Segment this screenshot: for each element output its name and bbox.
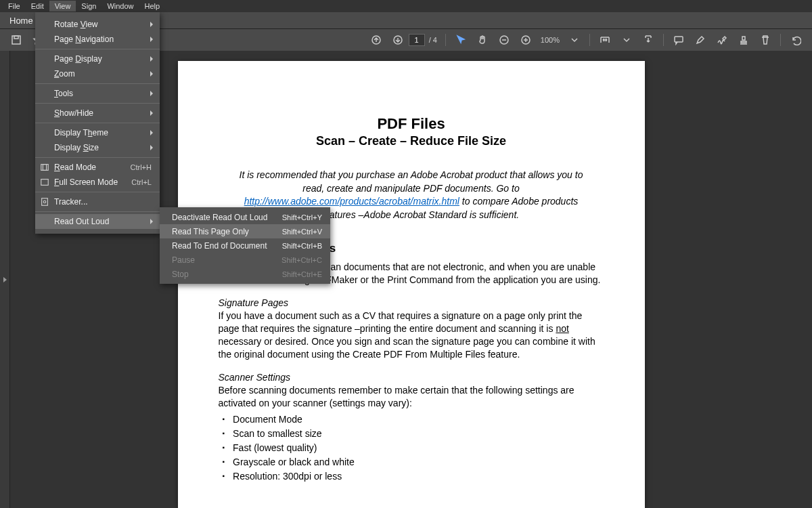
menuitem-page-navigation[interactable]: Page Navigation: [35, 32, 160, 47]
doc-title: PDF Files: [219, 115, 604, 133]
chevron-right-icon: [150, 91, 153, 96]
bullet-list: Document Mode Scan to smallest size Fast…: [223, 412, 604, 484]
svg-rect-6: [675, 37, 683, 42]
menuitem-label: Full Screen Mode: [54, 177, 118, 187]
highlight-icon[interactable]: [691, 32, 710, 48]
menuitem-display-theme[interactable]: Display Theme: [35, 125, 160, 140]
stamp-icon[interactable]: [734, 32, 753, 48]
menuitem-read-out-loud[interactable]: Read Out Loud: [35, 214, 160, 229]
intro-link[interactable]: http://www.adobe.com/products/acrobat/ma…: [244, 196, 459, 207]
menuitem-label: Display Size: [54, 143, 99, 152]
subhead-signature: Signature Pages: [219, 297, 604, 308]
shortcut: Shift+Ctrl+C: [281, 256, 322, 264]
submenuitem-read-to-end-of-document[interactable]: Read To End of DocumentShift+Ctrl+B: [160, 238, 330, 253]
submenuitem-stop: StopShift+Ctrl+E: [160, 267, 330, 281]
menuitem-zoom[interactable]: Zoom: [35, 66, 160, 81]
chevron-right-icon: [150, 110, 153, 116]
menuitem-label: Tracker...: [54, 197, 88, 207]
menuitem-label: Page Navigation: [54, 35, 114, 44]
zoom-out-icon[interactable]: [495, 32, 514, 48]
menu-file[interactable]: File: [3, 1, 26, 12]
svg-point-11: [43, 200, 46, 203]
select-tool-icon[interactable]: [451, 32, 470, 48]
page-number-input[interactable]: [409, 34, 425, 46]
page-total: / 4: [429, 36, 437, 44]
read-out-loud-submenu: Deactivate Read Out LoudShift+Ctrl+YRead…: [160, 207, 330, 284]
undo-icon[interactable]: [786, 32, 805, 48]
menu-help[interactable]: Help: [139, 1, 166, 12]
para-signature: If you have a document such as a CV that…: [219, 310, 604, 361]
list-item: Resolution: 300dpi or less: [223, 469, 604, 484]
menuitem-label: Rotate View: [54, 20, 98, 29]
svg-rect-0: [12, 36, 20, 44]
menu-sign[interactable]: Sign: [76, 1, 102, 12]
page-up-icon[interactable]: [367, 32, 386, 48]
shortcut: Ctrl+L: [131, 178, 152, 186]
submenuitem-label: Read This Page Only: [172, 227, 249, 236]
svg-rect-8: [43, 165, 46, 171]
para-scanner: Before scanning documents remember to ma…: [219, 384, 604, 410]
submenuitem-label: Deactivate Read Out Loud: [172, 213, 267, 222]
separator: [589, 34, 590, 46]
separator: [445, 34, 446, 46]
list-item: Document Mode: [223, 412, 604, 427]
read-icon: [39, 162, 50, 173]
tracker-icon: [39, 196, 50, 207]
chevron-down-icon[interactable]: [565, 32, 584, 48]
fit-width-icon[interactable]: [595, 32, 614, 48]
svg-rect-1: [14, 36, 18, 39]
chevron-right-icon: [150, 145, 153, 150]
menuitem-read-mode[interactable]: Read ModeCtrl+H: [35, 160, 160, 175]
menu-edit[interactable]: Edit: [26, 1, 49, 12]
menuitem-label: Read Mode: [54, 163, 96, 172]
separator: [663, 34, 664, 46]
chevron-right-icon: [150, 22, 153, 27]
chevron-right-icon: [3, 277, 7, 282]
shortcut: Shift+Ctrl+Y: [282, 213, 322, 221]
menuitem-label: Show/Hide: [54, 108, 93, 118]
hand-tool-icon[interactable]: [473, 32, 492, 48]
pdf-page: PDF Files Scan – Create – Reduce File Si…: [178, 61, 645, 508]
menuitem-tracker-[interactable]: Tracker...: [35, 194, 160, 209]
chevron-right-icon: [150, 219, 153, 224]
menuitem-label: Zoom: [54, 69, 75, 79]
submenuitem-label: Read To End of Document: [172, 241, 267, 251]
save-icon[interactable]: [7, 32, 26, 48]
chevron-down-icon[interactable]: [617, 32, 636, 48]
menuitem-rotate-view[interactable]: Rotate View: [35, 17, 160, 32]
fit-page-icon[interactable]: [639, 32, 658, 48]
zoom-level[interactable]: 100%: [541, 36, 560, 44]
menuitem-full-screen-mode[interactable]: Full Screen ModeCtrl+L: [35, 175, 160, 190]
menuitem-label: Tools: [54, 89, 73, 98]
chevron-right-icon: [150, 71, 153, 77]
comment-icon[interactable]: [669, 32, 688, 48]
submenuitem-deactivate-read-out-loud[interactable]: Deactivate Read Out LoudShift+Ctrl+Y: [160, 210, 330, 224]
submenuitem-label: Pause: [172, 255, 195, 265]
separator: [780, 34, 781, 46]
doc-subtitle: Scan – Create – Reduce File Size: [219, 134, 604, 148]
chevron-right-icon: [150, 130, 153, 135]
menuitem-label: Display Theme: [54, 128, 108, 137]
shortcut: Shift+Ctrl+B: [282, 242, 322, 250]
left-panel-toggle[interactable]: [0, 51, 10, 508]
view-menu-dropdown: Rotate ViewPage NavigationPage DisplayZo…: [35, 12, 160, 234]
page-down-icon[interactable]: [388, 32, 407, 48]
menubar: File Edit View Sign Window Help: [0, 0, 812, 12]
menu-window[interactable]: Window: [102, 1, 139, 12]
home-tab[interactable]: Home: [9, 16, 33, 26]
menu-view[interactable]: View: [49, 1, 76, 12]
submenuitem-label: Stop: [172, 270, 189, 279]
menuitem-page-display[interactable]: Page Display: [35, 51, 160, 66]
delete-icon[interactable]: [756, 32, 775, 48]
menuitem-label: Page Display: [54, 54, 102, 64]
svg-rect-7: [41, 165, 49, 171]
signature-icon[interactable]: [713, 32, 731, 48]
chevron-right-icon: [150, 56, 153, 62]
menuitem-display-size[interactable]: Display Size: [35, 140, 160, 155]
menuitem-tools[interactable]: Tools: [35, 86, 160, 101]
menuitem-show-hide[interactable]: Show/Hide: [35, 106, 160, 121]
shortcut: Ctrl+H: [131, 163, 152, 171]
shortcut: Shift+Ctrl+E: [282, 270, 322, 278]
submenuitem-read-this-page-only[interactable]: Read This Page OnlyShift+Ctrl+V: [160, 224, 330, 238]
zoom-in-icon[interactable]: [516, 32, 535, 48]
